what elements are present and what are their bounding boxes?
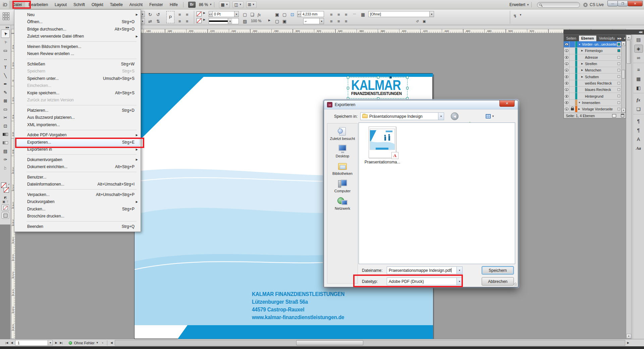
menu-item[interactable]: Verpacken... Alt+Umschalt+Strg+P — [14, 191, 141, 198]
layer-selection-square[interactable] — [618, 101, 620, 104]
character-styles-panel-icon[interactable]: A — [634, 135, 643, 143]
menu-item[interactable]: Drucken... Strg+P — [14, 205, 141, 213]
preflight-menu-icon[interactable]: ◔ — [101, 341, 104, 345]
layer-row[interactable]: Menschen✎ — [564, 67, 621, 73]
dialog-close-button[interactable]: ✕ — [499, 100, 515, 107]
place-computer[interactable]: Computer — [327, 179, 358, 193]
chevron-down-icon[interactable]: ▼ — [234, 11, 238, 17]
rotate-ccw-icon[interactable]: ↺ — [156, 12, 160, 17]
menu-item[interactable]: Kopie speichern... Alt+Strg+S — [14, 89, 141, 97]
search-input[interactable] — [537, 2, 580, 8]
align-vtop-button[interactable]: ≡ — [330, 19, 333, 24]
scroll-down-button[interactable]: ▼ — [626, 334, 631, 339]
menu-item[interactable]: Druckvorgaben — [14, 198, 141, 206]
tab-verknuepfungen[interactable]: Verknüpfu — [597, 36, 618, 41]
layer-row[interactable]: Vorder- un...ueckseite✎ — [564, 41, 621, 48]
menu-item[interactable]: Aus Buzzword platzieren... — [14, 114, 141, 121]
menu-item[interactable]: Benutzer... — [14, 173, 141, 181]
paragraph-styles-panel-icon[interactable]: ¶ — [634, 126, 643, 134]
layers-scroll-thumb[interactable] — [622, 70, 625, 79]
wrap-object-icon[interactable]: ▢ — [275, 19, 279, 24]
menubar-item-schrift[interactable]: Schrift — [70, 1, 88, 9]
fill-color-swatch[interactable] — [197, 11, 202, 16]
distribute-icon[interactable]: ≡ — [186, 19, 189, 24]
layer-selection-square[interactable] — [618, 108, 620, 110]
selection-handle[interactable] — [347, 76, 349, 79]
wrap-jump-icon[interactable]: ▣ — [282, 19, 286, 24]
hand-tool[interactable]: ☞ — [1, 164, 10, 172]
visibility-eye-icon[interactable] — [565, 62, 569, 65]
fill-arrow-icon[interactable]: ▶ — [203, 11, 205, 14]
visibility-eye-icon[interactable] — [565, 43, 569, 46]
menu-item[interactable]: Einchecken... — [14, 82, 141, 90]
object-effects-icon[interactable]: ❏ — [250, 12, 254, 17]
tab-seiten[interactable]: Seiten — [564, 36, 579, 41]
arrange-documents-button[interactable]: ⊞▼ — [246, 1, 257, 8]
layer-selection-square[interactable] — [618, 56, 620, 59]
panel-menu-icon[interactable]: ▼ — [519, 13, 522, 16]
align-left-button[interactable]: ≡ — [330, 12, 333, 17]
file-list[interactable]: A Praesentationsma... — [359, 122, 515, 264]
last-page-button[interactable]: ▶| — [59, 341, 64, 344]
stroke-style-dropdown[interactable]: ▼ — [209, 18, 239, 24]
layers-panel-icon[interactable]: ◈ — [634, 45, 643, 53]
view-options-button[interactable]: ▦▼ — [219, 1, 230, 8]
dock-icon[interactable] — [634, 114, 644, 116]
glyphs-panel-icon[interactable]: Aa — [634, 144, 643, 152]
layer-selection-square[interactable] — [618, 62, 620, 65]
reference-point-selector[interactable] — [3, 12, 9, 20]
panel-expand-icon[interactable]: ▶▶ — [618, 37, 622, 40]
quick-apply-icon[interactable]: ↯ — [513, 13, 517, 18]
chevron-down-icon[interactable]: ▼ — [319, 18, 324, 24]
frame-fitting-icon[interactable]: ⊡ — [290, 12, 294, 17]
dock-icon[interactable] — [634, 63, 644, 65]
restore-button[interactable]: ❐ — [618, 1, 628, 6]
menu-item[interactable]: Neu — [14, 11, 141, 18]
selection-tool[interactable]: ➤ — [1, 30, 10, 38]
dialog-title-bar[interactable]: Id Exportieren — [324, 100, 518, 109]
fx-icon[interactable]: fx — [258, 12, 261, 17]
visibility-eye-icon[interactable] — [565, 49, 569, 52]
menu-item[interactable]: Dokumentvorgaben — [14, 156, 141, 163]
menu-item[interactable]: Broschüre drucken... — [14, 213, 141, 220]
chevron-down-icon[interactable]: ▼ — [228, 18, 232, 24]
layer-row[interactable]: Innenseiten✎ — [564, 100, 621, 106]
menubar-item-datei[interactable]: Datei — [9, 1, 25, 9]
pencil-tool[interactable]: ✎ — [1, 88, 10, 97]
place-recent[interactable]: Zuletzt besucht — [327, 126, 358, 141]
selection-anchor-handle[interactable] — [389, 76, 392, 79]
menubar-item-tabelle[interactable]: Tabelle — [107, 1, 126, 9]
visibility-eye-icon[interactable] — [565, 101, 569, 104]
menu-item[interactable] — [26, 170, 139, 173]
menu-item[interactable]: Adobe PDF-Vorgaben — [14, 132, 141, 139]
note-tool[interactable]: ▤ — [1, 147, 10, 155]
menu-item[interactable]: Zurück zur letzten Version — [14, 97, 141, 104]
menubar-item-objekt[interactable]: Objekt — [88, 1, 107, 9]
expand-arrow-icon[interactable] — [578, 43, 581, 46]
links-panel-icon[interactable]: ∞ — [634, 54, 643, 62]
free-transform-tool[interactable]: ⊡ — [1, 122, 10, 130]
swatches-panel-icon[interactable]: ▦ — [634, 75, 643, 83]
chevron-down-icon[interactable]: ▼ — [438, 113, 444, 120]
menu-item[interactable] — [26, 220, 139, 223]
break-link-style-icon[interactable]: ▣ — [423, 19, 426, 23]
menu-item[interactable]: XML importieren... — [14, 121, 141, 129]
layer-row[interactable]: Hintergrund✎ — [564, 93, 621, 99]
scissors-tool[interactable]: ✂ — [1, 113, 10, 122]
filetype-dropdown[interactable]: Adobe PDF (Druck) ▼ — [387, 278, 463, 285]
align-right-button[interactable]: ≡ — [345, 12, 347, 17]
opacity-value[interactable]: 100 % — [251, 19, 261, 23]
menu-item[interactable]: Platzieren... Strg+D — [14, 107, 141, 114]
swap-fill-stroke-icon[interactable]: ⤶ — [8, 183, 10, 186]
preflight-status-text[interactable]: Ohne Fehler — [74, 341, 95, 345]
apply-gradient-button[interactable] — [2, 212, 9, 219]
menu-item[interactable]: Bridge durchsuchen... Alt+Strg+O — [14, 26, 141, 33]
vertical-scrollbar[interactable]: ▲ ▼ — [626, 35, 632, 339]
zoom-level-dropdown[interactable]: 86 %▼ — [199, 2, 212, 7]
stroke-color-swatch[interactable] — [197, 18, 202, 23]
pen-tool[interactable]: ✒ — [1, 80, 10, 88]
layer-row[interactable]: Vorlage Vorderseite✎ — [564, 106, 621, 112]
direct-selection-tool[interactable]: ➤ — [1, 38, 10, 46]
corner-style-dropdown[interactable]: ⌐▼ — [303, 18, 324, 24]
scroll-down-button[interactable]: ▼ — [622, 108, 626, 113]
